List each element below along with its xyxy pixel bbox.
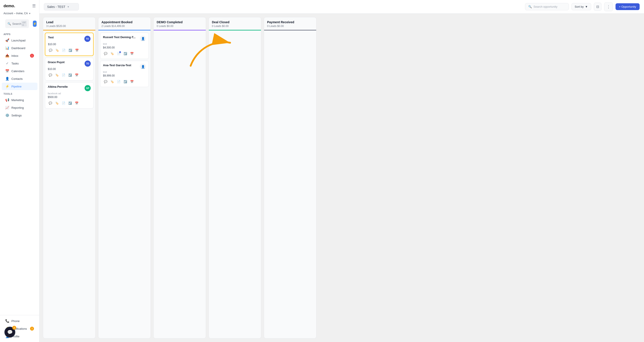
card-name-card-ana: Ana-Test Garcia-Test <box>103 64 131 67</box>
filter-button[interactable]: ⊟ <box>594 3 602 11</box>
card-actions-card-russell: 💬🏷️📄1☑️📅 <box>103 51 146 56</box>
card-avatar-card-ana: 👤 <box>140 64 146 70</box>
task-icon[interactable]: ☑️ <box>123 79 128 84</box>
sidebar-item-pipeline[interactable]: ⚡Pipeline <box>2 83 38 90</box>
search-shortcut: ctrl K <box>21 21 27 27</box>
tag-icon[interactable]: 🏷️ <box>110 79 115 84</box>
sidebar-item-marketing[interactable]: 📢Marketing <box>2 96 38 104</box>
pipeline-name: Sales - TEST <box>47 5 65 9</box>
column-title-deal: Deal Closed <box>212 20 258 24</box>
sidebar-item-reporting[interactable]: 📈Reporting <box>2 104 38 111</box>
calendar-icon[interactable]: 📅 <box>74 72 79 78</box>
column-lead: Lead3 Leads $520.00TestTO$10.00💬🏷️📄☑️📅Gr… <box>43 17 96 338</box>
card-card-albina[interactable]: Albina PerrelleGPfacebook ad$500.00💬🏷️📄☑… <box>45 82 94 109</box>
sidebar-item-label-contacts: Contacts <box>12 77 22 81</box>
sidebar-nav: Apps🚀Launchpad📊Dashboard📥Inbox1✓Tasks📅Ca… <box>0 31 39 119</box>
message-icon[interactable]: 💬 <box>103 51 108 56</box>
section-label-apps: Apps <box>0 31 39 36</box>
more-options-button[interactable]: ⋮ <box>604 3 613 11</box>
pipeline-selector[interactable]: Sales - TEST ▼ <box>44 3 79 11</box>
sidebar-item-label-pipeline: Pipeline <box>12 85 22 88</box>
sidebar-header: demo. ☰ <box>0 0 39 10</box>
task-icon[interactable]: ☑️ <box>68 72 73 78</box>
message-icon[interactable]: 💬 <box>103 79 108 84</box>
sort-button[interactable]: Sort by ▼ <box>572 3 591 10</box>
calendar-icon[interactable]: 📅 <box>129 51 134 56</box>
card-card-test[interactable]: TestTO$10.00💬🏷️📄☑️📅 <box>45 33 94 56</box>
card-name-card-grace: Grace Puyot <box>48 61 65 64</box>
card-header-card-albina: Albina PerrelleGP <box>48 85 91 91</box>
search-label: Search <box>12 22 21 26</box>
column-meta-appointment: 2 Leads $14,499.00 <box>102 25 148 28</box>
column-title-demo: DEMO Completed <box>157 20 203 24</box>
add-opp-label: + Opportunity <box>619 5 636 8</box>
document-icon[interactable]: 📄 <box>61 48 66 53</box>
tag-icon[interactable]: 🏷️ <box>54 72 60 78</box>
chat-badge: 3 <box>12 326 16 330</box>
app-logo: demo. <box>4 4 15 8</box>
card-name-card-test: Test <box>48 36 54 39</box>
dashboard-icon: 📊 <box>5 46 9 50</box>
launchpad-icon: 🚀 <box>5 38 9 42</box>
card-avatar-card-russell: 👤 <box>140 36 146 42</box>
sidebar-item-settings[interactable]: ⚙️Settings <box>2 112 38 119</box>
search-opportunity-input[interactable]: 🔍 Search opportunity <box>525 3 569 10</box>
task-icon[interactable]: ☑️ <box>123 51 128 56</box>
search-bar[interactable]: 🔍 Search ctrl K <box>5 19 29 28</box>
pipeline-icon: ⚡ <box>5 84 9 88</box>
card-amount-card-test: $10.00 <box>48 43 90 46</box>
document-icon[interactable]: 📄1 <box>116 51 122 56</box>
card-amount-card-ana: $9,999.00 <box>103 74 146 77</box>
card-actions-card-grace: 💬🏷️📄☑️📅 <box>48 72 91 78</box>
sidebar-item-inbox[interactable]: 📥Inbox1 <box>2 52 38 59</box>
filter-icon: ⊟ <box>596 5 599 9</box>
topbar: Sales - TEST ▼ 🔍 Search opportunity Sort… <box>40 0 644 14</box>
tag-icon[interactable]: 🏷️ <box>54 100 60 106</box>
main-content: Sales - TEST ▼ 🔍 Search opportunity Sort… <box>40 0 644 342</box>
sidebar-item-label-reporting: Reporting <box>12 106 24 109</box>
task-icon[interactable]: ☑️ <box>68 48 73 53</box>
notifications-badge: 3 <box>30 327 34 330</box>
column-cards-appointment: Russell Test Deming-T...👤test$4,500.00💬🏷… <box>98 31 150 338</box>
task-icon[interactable]: ☑️ <box>68 100 73 106</box>
search-opp-icon: 🔍 <box>528 5 532 8</box>
document-icon[interactable]: 📄 <box>61 100 66 106</box>
add-opportunity-button[interactable]: + Opportunity <box>616 3 640 10</box>
sidebar-item-tasks[interactable]: ✓Tasks <box>2 60 38 67</box>
sidebar-item-launchpad[interactable]: 🚀Launchpad <box>2 37 38 44</box>
sort-label: Sort by <box>575 5 584 8</box>
document-icon[interactable]: 📄 <box>116 79 122 84</box>
sidebar-item-calendars[interactable]: 📅Calendars <box>2 67 38 75</box>
calendar-icon[interactable]: 📅 <box>74 100 79 106</box>
card-card-grace[interactable]: Grace PuyotTO$10.00💬🏷️📄☑️📅 <box>45 58 94 81</box>
card-card-russell[interactable]: Russell Test Deming-T...👤test$4,500.00💬🏷… <box>100 33 149 59</box>
hamburger-icon[interactable]: ☰ <box>32 4 36 8</box>
message-icon[interactable]: 💬 <box>48 48 53 53</box>
sidebar-item-label-calendars: Calendars <box>12 70 24 73</box>
sidebar-item-phone[interactable]: 📞 Phone <box>2 317 38 325</box>
calendar-icon[interactable]: 📅 <box>129 79 134 84</box>
chat-button[interactable]: 💬 3 <box>4 327 15 337</box>
sidebar-item-dashboard[interactable]: 📊Dashboard <box>2 44 38 52</box>
account-chevron-icon: ▼ <box>29 12 31 15</box>
tag-icon[interactable]: 🏷️ <box>54 48 60 53</box>
lightning-button[interactable]: ⚡ <box>33 21 36 27</box>
tag-icon[interactable]: 🏷️ <box>110 51 115 56</box>
settings-icon: ⚙️ <box>5 113 9 117</box>
card-header-card-test: TestTO <box>48 36 90 42</box>
column-header-deal: Deal Closed0 Leads $0.00 <box>209 17 261 31</box>
message-icon[interactable]: 💬 <box>48 100 53 106</box>
column-meta-payment: 0 Leads $0.00 <box>267 25 313 28</box>
sidebar-item-label-dashboard: Dashboard <box>12 47 26 50</box>
section-label-tools: Tools <box>0 90 39 96</box>
card-name-card-russell: Russell Test Deming-T... <box>103 36 136 39</box>
column-meta-lead: 3 Leads $520.00 <box>46 25 92 28</box>
calendar-icon[interactable]: 📅 <box>74 48 80 53</box>
sidebar-item-contacts[interactable]: 👤Contacts <box>2 75 38 82</box>
message-icon[interactable]: 💬 <box>48 72 53 78</box>
account-selector[interactable]: Account -- Irvine, CA ▼ <box>0 10 39 17</box>
kanban-board: Lead3 Leads $520.00TestTO$10.00💬🏷️📄☑️📅Gr… <box>40 14 644 342</box>
card-card-ana[interactable]: Ana-Test Garcia-Test👤test$9,999.00💬🏷️📄☑️… <box>100 61 149 87</box>
column-cards-lead: TestTO$10.00💬🏷️📄☑️📅Grace PuyotTO$10.00💬🏷… <box>43 31 95 338</box>
document-icon[interactable]: 📄 <box>61 72 66 78</box>
